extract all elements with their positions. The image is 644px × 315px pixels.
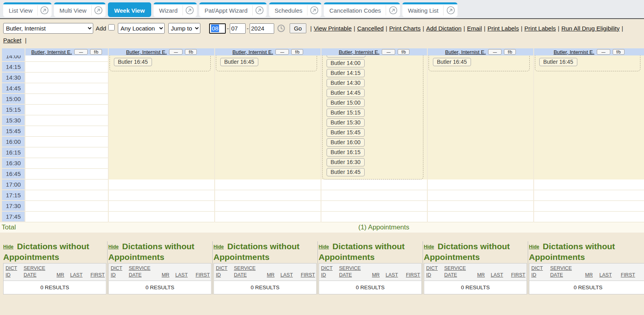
column-header-line1[interactable]: SERVICE (444, 265, 474, 272)
schedule-day-column-1[interactable] (25, 55, 108, 222)
minimize-column-button[interactable]: — (74, 49, 88, 55)
tab-schedules[interactable]: Schedules (269, 2, 321, 17)
column-header-line2[interactable]: MR (585, 272, 596, 279)
column-header-line2[interactable]: DATE (444, 272, 474, 279)
date-year-input[interactable]: 2024 (250, 23, 274, 34)
column-header-date[interactable]: SERVICEDATE (337, 263, 370, 281)
column-header-mr[interactable]: MR (475, 263, 488, 281)
appointment-button[interactable]: Butler 14:00 (327, 59, 365, 67)
column-header-line1[interactable]: DICT (426, 265, 441, 272)
column-header-line2[interactable]: FIRST (301, 272, 315, 279)
tab-multi-view[interactable]: Multi View (54, 2, 106, 17)
hide-link[interactable]: Hide (3, 244, 13, 250)
schedule-day-column-6[interactable]: Butler 16:45 (534, 55, 644, 222)
provider-link[interactable]: Butler, Internist E. (554, 49, 594, 55)
tab-pat-appt-wizard[interactable]: Pat/Appt Wizard (199, 2, 267, 17)
column-header-date[interactable]: SERVICEDATE (548, 263, 583, 281)
column-header-mr[interactable]: MR (265, 263, 278, 281)
column-header-line1[interactable]: DICT (216, 265, 231, 272)
column-header-line1[interactable]: SERVICE (23, 265, 53, 272)
column-header-line1[interactable]: SERVICE (129, 265, 158, 272)
schedule-day-column-2[interactable]: Butler 16:45 (109, 55, 214, 222)
popout-icon[interactable] (307, 5, 321, 15)
provider-link[interactable]: Butler, Internist E. (339, 49, 380, 55)
go-button[interactable]: Go (290, 23, 306, 33)
column-header-line2[interactable]: FIRST (196, 272, 210, 279)
hide-link[interactable]: Hide (319, 244, 329, 250)
appointment-button[interactable]: Butler 16:30 (327, 158, 365, 166)
minimize-column-button[interactable]: — (169, 49, 183, 55)
tab-list-view[interactable]: List View (3, 2, 52, 17)
toolbar-link-email[interactable]: Email (467, 25, 482, 32)
column-header-first[interactable]: FIRST (299, 263, 317, 281)
appointment-button[interactable]: Butler 16:45 (114, 58, 152, 66)
location-select[interactable]: Any Location (118, 23, 165, 34)
hide-link[interactable]: Hide (213, 244, 224, 250)
date-month-input[interactable]: 08 (209, 23, 226, 34)
appointment-button[interactable]: Butler 16:45 (433, 58, 471, 66)
minimize-column-button[interactable]: — (488, 49, 502, 55)
column-header-line2[interactable]: DATE (23, 272, 53, 279)
popout-icon[interactable] (37, 5, 52, 15)
column-header-date[interactable]: SERVICEDATE (442, 263, 475, 281)
toolbar-link-view-printable[interactable]: View Printable (314, 25, 352, 32)
hide-link[interactable]: Hide (424, 244, 434, 250)
column-header-line2[interactable]: DATE (129, 272, 158, 279)
appointment-button[interactable]: Butler 15:45 (327, 128, 365, 137)
popout-icon[interactable] (183, 5, 197, 15)
appointment-button[interactable]: Butler 16:00 (327, 138, 365, 147)
column-header-line2[interactable]: LAST (70, 272, 87, 279)
popout-icon[interactable] (386, 5, 400, 15)
column-header-id[interactable]: DICTID (109, 263, 127, 281)
appointment-button[interactable]: Butler 16:45 (539, 58, 577, 66)
column-header-last[interactable]: LAST (489, 263, 509, 281)
clock-icon[interactable] (277, 24, 285, 32)
column-header-id[interactable]: DICTID (214, 263, 232, 281)
fb-button[interactable]: f/b (291, 49, 303, 55)
hide-link[interactable]: Hide (529, 244, 539, 250)
provider-link[interactable]: Butler, Internist E. (445, 49, 486, 55)
appointment-button[interactable]: Butler 15:00 (327, 99, 365, 107)
column-header-id[interactable]: DICTID (529, 263, 548, 281)
date-day-input[interactable]: 07 (230, 23, 246, 34)
toolbar-link-run-all-drug-eligibility[interactable]: Run All Drug Eligibility (561, 25, 620, 32)
provider-link[interactable]: Butler, Internist E. (31, 49, 72, 55)
column-header-line1[interactable]: DICT (531, 265, 547, 272)
column-header-line2[interactable]: ID (216, 272, 231, 279)
appointment-button[interactable]: Butler 14:30 (327, 79, 365, 87)
provider-link[interactable]: Butler, Internist E. (126, 49, 167, 55)
column-header-line2[interactable]: MR (477, 272, 487, 279)
column-header-line2[interactable]: MR (267, 272, 277, 279)
appointment-button[interactable]: Butler 14:15 (327, 69, 365, 77)
column-header-line2[interactable]: ID (321, 272, 336, 279)
column-header-line2[interactable]: ID (6, 272, 20, 279)
column-header-line1[interactable]: SERVICE (550, 265, 582, 272)
column-header-line1[interactable]: SERVICE (234, 265, 263, 272)
popout-icon[interactable] (252, 5, 267, 15)
appointment-button[interactable]: Butler 16:45 (220, 58, 258, 66)
fb-button[interactable]: f/b (185, 49, 197, 55)
column-header-line2[interactable]: LAST (386, 272, 403, 279)
packet-link[interactable]: Packet (3, 37, 21, 44)
column-header-last[interactable]: LAST (173, 263, 194, 281)
column-header-line1[interactable]: DICT (321, 265, 336, 272)
appointment-button[interactable]: Butler 16:15 (327, 148, 365, 157)
schedule-day-column-4[interactable]: Butler 14:00Butler 14:15Butler 14:30Butl… (321, 55, 427, 222)
schedule-day-column-3[interactable]: Butler 16:45 (215, 55, 321, 222)
column-header-line2[interactable]: MR (372, 272, 382, 279)
column-header-date[interactable]: SERVICEDATE (127, 263, 160, 281)
column-header-first[interactable]: FIRST (194, 263, 211, 281)
column-header-line2[interactable]: DATE (234, 272, 263, 279)
fb-button[interactable]: f/b (398, 49, 409, 55)
column-header-line2[interactable]: FIRST (511, 272, 525, 279)
column-header-id[interactable]: DICTID (424, 263, 442, 281)
column-header-line2[interactable]: FIRST (621, 272, 644, 279)
column-header-line2[interactable]: DATE (339, 272, 369, 279)
column-header-line2[interactable]: FIRST (406, 272, 420, 279)
tab-wizard[interactable]: Wizard (154, 2, 197, 17)
column-header-line2[interactable]: ID (111, 272, 125, 279)
column-header-mr[interactable]: MR (370, 263, 383, 281)
column-header-line2[interactable]: DATE (550, 272, 582, 279)
jump-to-select[interactable]: Jump to (168, 23, 200, 34)
hide-link[interactable]: Hide (108, 244, 119, 250)
